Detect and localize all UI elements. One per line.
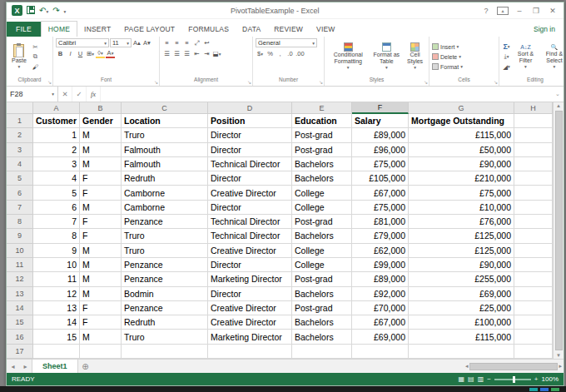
row-header-1[interactable]: 1 xyxy=(7,114,33,128)
borders-button[interactable]: ⊞▾ xyxy=(86,49,95,58)
accounting-format-button[interactable]: $▾ xyxy=(256,49,265,58)
cell-B5[interactable]: F xyxy=(80,171,122,186)
cell-H14[interactable] xyxy=(514,301,553,315)
cell-B6[interactable]: F xyxy=(80,186,122,200)
cell-G15[interactable]: £100,000 xyxy=(409,315,514,330)
cell-B9[interactable]: F xyxy=(80,229,122,243)
expand-formula-bar-button[interactable]: ⌄ xyxy=(552,87,564,102)
cell-H5[interactable] xyxy=(514,171,553,186)
row-header-10[interactable]: 10 xyxy=(7,244,33,258)
vertical-scroll-thumb[interactable] xyxy=(555,111,563,350)
cell-B10[interactable]: M xyxy=(80,244,122,258)
sheet-tab-sheet1[interactable]: Sheet1 xyxy=(32,360,78,373)
align-center-button[interactable]: ☰ xyxy=(172,49,181,58)
ribbon-tab-file[interactable]: FILE xyxy=(7,22,41,37)
cell-F6[interactable]: £67,000 xyxy=(352,186,409,200)
cell-G3[interactable]: £50,000 xyxy=(409,143,514,157)
font-size-combo[interactable]: 11▾ xyxy=(110,38,132,47)
increase-indent-button[interactable]: ⇥ xyxy=(202,49,211,58)
cell-B13[interactable]: M xyxy=(80,287,122,301)
ribbon-tab-page-layout[interactable]: PAGE LAYOUT xyxy=(117,22,181,37)
cell-D11[interactable]: Director xyxy=(208,258,292,272)
column-header-E[interactable]: E xyxy=(292,102,352,114)
cell-C4[interactable]: Falmouth xyxy=(122,157,208,171)
minimize-button[interactable]: – xyxy=(512,4,527,17)
underline-button[interactable]: U xyxy=(76,49,85,58)
cell-D4[interactable]: Technical Director xyxy=(208,157,292,171)
cell-C14[interactable]: Penzance xyxy=(122,301,208,315)
cell-G7[interactable]: £10,000 xyxy=(409,201,514,215)
cell-E2[interactable]: Post-grad xyxy=(292,128,352,142)
cell-D17[interactable] xyxy=(208,345,292,359)
cell-C2[interactable]: Truro xyxy=(122,128,208,142)
cell-C9[interactable]: Truro xyxy=(122,229,208,243)
cell-D10[interactable]: Creative Director xyxy=(208,244,292,258)
cell-D16[interactable]: Marketing Director xyxy=(208,330,292,344)
qat-customize-button[interactable]: ▾ xyxy=(64,7,67,15)
prev-sheet-button[interactable]: ◂ xyxy=(7,360,19,373)
cell-E6[interactable]: College xyxy=(292,186,352,200)
cell-C10[interactable]: Truro xyxy=(122,244,208,258)
row-header-12[interactable]: 12 xyxy=(7,272,33,286)
cell-D6[interactable]: Creative Director xyxy=(208,186,292,200)
cell-D12[interactable]: Marketing Director xyxy=(208,272,292,286)
cell-D3[interactable]: Director xyxy=(208,143,292,157)
cell-D8[interactable]: Technical Director xyxy=(208,215,292,229)
cell-G17[interactable] xyxy=(409,345,514,359)
cell-C17[interactable] xyxy=(122,345,208,359)
cell-G12[interactable]: £255,000 xyxy=(409,272,514,286)
cell-A13[interactable]: 12 xyxy=(33,287,80,301)
cell-F8[interactable]: £81,000 xyxy=(352,215,409,229)
column-header-A[interactable]: A xyxy=(33,102,80,114)
cell-A17[interactable] xyxy=(33,345,80,359)
vertical-scrollbar[interactable]: ▴ ▾ xyxy=(553,102,564,359)
cell-E16[interactable]: Bachelors xyxy=(292,330,352,344)
alignment-dialog-launcher[interactable]: ↘ xyxy=(247,79,251,85)
row-header-8[interactable]: 8 xyxy=(7,215,33,229)
row-header-13[interactable]: 13 xyxy=(7,287,33,301)
cell-A11[interactable]: 10 xyxy=(33,258,80,272)
row-header-11[interactable]: 11 xyxy=(7,258,33,272)
cell-E7[interactable]: College xyxy=(292,201,352,215)
cell-D2[interactable]: Director xyxy=(208,128,292,142)
select-all-corner[interactable] xyxy=(7,102,33,114)
zoom-out-button[interactable]: − xyxy=(487,375,491,383)
cell-F1[interactable]: Salary xyxy=(352,114,409,128)
column-header-G[interactable]: G xyxy=(409,102,514,114)
cell-A16[interactable]: 15 xyxy=(33,330,80,344)
next-sheet-button[interactable]: ▸ xyxy=(19,360,32,373)
column-header-D[interactable]: D xyxy=(208,102,292,114)
align-right-button[interactable]: ☰ xyxy=(182,49,191,58)
cell-C3[interactable]: Falmouth xyxy=(122,143,208,157)
cell-E17[interactable] xyxy=(292,345,352,359)
cell-F14[interactable]: £70,000 xyxy=(352,301,409,315)
cell-H4[interactable] xyxy=(514,157,553,171)
cancel-entry-button[interactable]: ✕ xyxy=(58,87,72,102)
fill-button[interactable]: ⤓▾ xyxy=(502,52,511,62)
cell-H11[interactable] xyxy=(514,258,553,272)
styles-dialog-launcher[interactable]: ↘ xyxy=(424,79,428,85)
cell-D13[interactable]: Director xyxy=(208,287,292,301)
cell-B12[interactable]: M xyxy=(80,272,122,286)
cell-F7[interactable]: £75,000 xyxy=(352,201,409,215)
row-header-3[interactable]: 3 xyxy=(7,143,33,157)
cell-C16[interactable]: Truro xyxy=(122,330,208,344)
cell-C5[interactable]: Redruth xyxy=(122,171,208,186)
cell-D9[interactable]: Technical Director xyxy=(208,229,292,243)
cell-E4[interactable]: Bachelors xyxy=(292,157,352,171)
cell-B11[interactable]: M xyxy=(80,258,122,272)
restore-button[interactable]: ❐ xyxy=(529,4,544,17)
align-left-button[interactable]: ☰ xyxy=(162,49,171,58)
autosum-button[interactable]: Σ▾ xyxy=(502,42,511,52)
number-dialog-launcher[interactable]: ↘ xyxy=(319,79,323,85)
page-break-view-button[interactable]: ▥ xyxy=(478,375,484,383)
cell-A14[interactable]: 13 xyxy=(33,301,80,315)
cell-H12[interactable] xyxy=(514,272,553,286)
cell-A2[interactable]: 1 xyxy=(33,128,80,142)
ribbon-tab-view[interactable]: VIEW xyxy=(310,22,342,37)
normal-view-button[interactable]: ▦ xyxy=(459,375,465,383)
cell-G16[interactable]: £115,000 xyxy=(409,330,514,344)
align-middle-button[interactable]: ≡ xyxy=(172,38,181,47)
cell-F13[interactable]: £92,000 xyxy=(352,287,409,301)
decrease-indent-button[interactable]: ⇤ xyxy=(192,49,201,58)
